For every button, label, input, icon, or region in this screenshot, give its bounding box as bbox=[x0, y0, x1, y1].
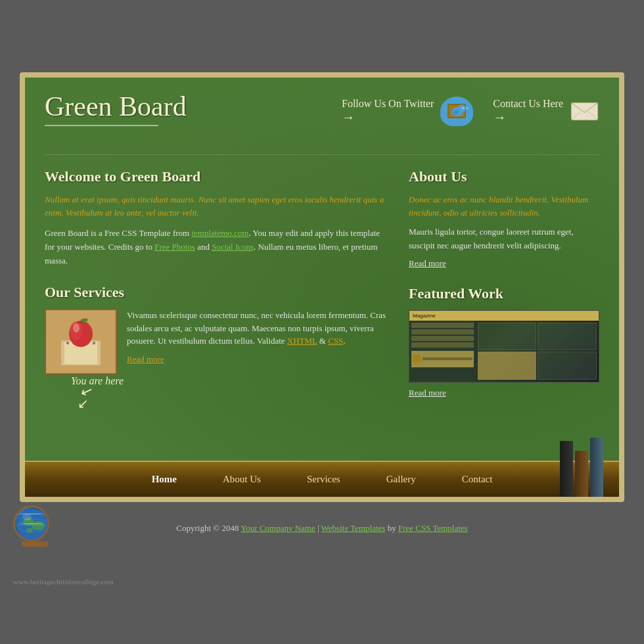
left-column: Welcome to Green Board Nullam at erat ip… bbox=[45, 168, 389, 398]
svg-marker-6 bbox=[466, 107, 468, 109]
preview-nav-1 bbox=[411, 323, 474, 328]
you-are-here-label: You are here↙ bbox=[71, 375, 626, 411]
twitter-arrow-icon: → bbox=[342, 110, 434, 125]
social-icons-link[interactable]: Social Icons bbox=[212, 242, 254, 252]
featured-title: Featured Work bbox=[409, 285, 599, 302]
nav-home[interactable]: Home bbox=[129, 462, 200, 497]
globe-base bbox=[22, 541, 48, 547]
svg-point-30 bbox=[26, 528, 33, 533]
preview-card-1 bbox=[478, 323, 537, 351]
site-logo: Green Board bbox=[45, 91, 187, 131]
preview-topbar: Magazine bbox=[409, 311, 599, 321]
footer: Copyright © 2048 Your Company Name | Web… bbox=[0, 502, 644, 555]
preview-nav-4 bbox=[411, 342, 474, 348]
apple-svg bbox=[58, 317, 104, 367]
footer-text: Copyright © 2048 Your Company Name | Web… bbox=[176, 523, 467, 534]
twitter-section[interactable]: Follow Us On Twitter → bbox=[342, 97, 473, 126]
bottom-space bbox=[0, 555, 644, 574]
preview-content bbox=[409, 321, 599, 382]
contact-label: Contact Us Here → bbox=[493, 98, 563, 125]
nav-contact[interactable]: Contact bbox=[439, 462, 516, 497]
book-1 bbox=[560, 441, 573, 497]
globe-icon bbox=[13, 505, 49, 541]
nav-gallery[interactable]: Gallery bbox=[363, 462, 439, 497]
welcome-title: Welcome to Green Board bbox=[45, 168, 389, 185]
svg-point-29 bbox=[32, 521, 45, 530]
welcome-section: Welcome to Green Board Nullam at erat ip… bbox=[45, 168, 389, 267]
welcome-italic: Nullam at erat ipsum, quis tincidunt mau… bbox=[45, 193, 389, 219]
envelope-icon[interactable] bbox=[570, 100, 599, 123]
templatemo-link[interactable]: templatemo.com bbox=[191, 228, 248, 238]
nav-about[interactable]: About Us bbox=[200, 462, 284, 497]
preview-sidebar bbox=[409, 321, 476, 382]
main-content: Welcome to Green Board Nullam at erat ip… bbox=[45, 168, 599, 398]
featured-image[interactable]: Magazine bbox=[409, 310, 599, 382]
css-link[interactable]: CSS bbox=[328, 336, 343, 346]
watermark: www.heritagechristiancollege.com bbox=[0, 574, 644, 589]
book-3 bbox=[590, 438, 603, 497]
svg-point-24 bbox=[73, 323, 80, 333]
company-link[interactable]: Your Company Name bbox=[241, 523, 315, 533]
preview-main bbox=[476, 321, 599, 382]
contact-section[interactable]: Contact Us Here → bbox=[493, 98, 599, 125]
templates-link[interactable]: Website Templates bbox=[321, 523, 386, 533]
contact-arrow-icon: → bbox=[493, 110, 563, 125]
welcome-body: Green Board is a Free CSS Template from … bbox=[45, 227, 389, 267]
preview-nav-2 bbox=[411, 329, 474, 334]
preview-nav-3 bbox=[411, 336, 474, 341]
right-column: About Us Donec ac eros ac nunc blandit h… bbox=[409, 168, 599, 398]
globe-decoration bbox=[13, 505, 56, 548]
about-title: About Us bbox=[409, 168, 599, 185]
services-section: Our Services bbox=[45, 284, 389, 375]
about-read-more[interactable]: Read more bbox=[409, 258, 599, 269]
twitter-bird-icon[interactable] bbox=[440, 97, 473, 126]
services-title: Our Services bbox=[45, 284, 389, 301]
svg-point-5 bbox=[463, 107, 464, 108]
navigation-bar: Home About Us Services Gallery Contact bbox=[25, 461, 619, 497]
xhtml-link[interactable]: XHTML bbox=[287, 336, 317, 346]
preview-card-highlight bbox=[411, 351, 474, 367]
service-description: Vivamus scelerisque consectetur nunc, ne… bbox=[127, 309, 389, 365]
site-header: Green Board Follow Us On Twitter → bbox=[45, 91, 599, 141]
nav-services[interactable]: Services bbox=[284, 462, 363, 497]
twitter-label: Follow Us On Twitter → bbox=[342, 98, 434, 125]
css-templates-link[interactable]: Free CSS Templates bbox=[398, 523, 468, 533]
about-body: Mauris ligula tortor, congue laoreet rut… bbox=[409, 225, 599, 253]
books-decoration bbox=[560, 431, 612, 497]
free-photos-link[interactable]: Free Photos bbox=[154, 242, 195, 252]
svg-point-3 bbox=[458, 104, 466, 112]
about-section: About Us Donec ac eros ac nunc blandit h… bbox=[409, 168, 599, 269]
service-image bbox=[45, 309, 117, 375]
book-2 bbox=[575, 451, 588, 497]
svg-point-33 bbox=[22, 514, 32, 520]
services-read-more[interactable]: Read more bbox=[127, 353, 389, 366]
preview-card-2 bbox=[538, 323, 597, 351]
svg-point-17 bbox=[93, 342, 95, 344]
header-right: Follow Us On Twitter → bbox=[342, 97, 599, 126]
services-content: Vivamus scelerisque consectetur nunc, ne… bbox=[45, 309, 389, 375]
svg-point-13 bbox=[66, 342, 69, 344]
about-italic: Donec ac eros ac nunc blandit hendrerit.… bbox=[409, 193, 599, 219]
